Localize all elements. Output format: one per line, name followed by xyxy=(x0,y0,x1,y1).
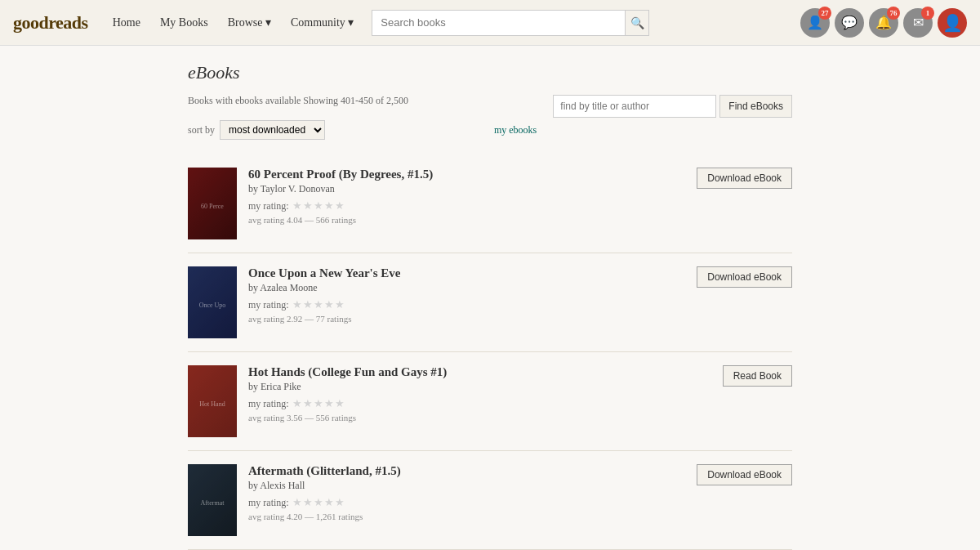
avatar-icon: 👤 xyxy=(942,13,963,33)
page-title: eBooks xyxy=(188,62,792,83)
star-1[interactable]: ★ xyxy=(292,397,302,410)
star-4[interactable]: ★ xyxy=(324,298,334,311)
avg-rating: avg rating 4.20 — 1,261 ratings xyxy=(248,512,675,521)
star-4[interactable]: ★ xyxy=(324,199,334,212)
find-ebooks-button[interactable]: Find eBooks xyxy=(719,95,792,118)
table-row: Once Upo Once Upon a New Year's Eve by A… xyxy=(188,253,792,352)
updates-icon-btn[interactable]: 🔔 76 xyxy=(869,8,898,38)
stars[interactable]: ★ ★ ★ ★ ★ xyxy=(292,496,345,509)
action-button[interactable]: Download eBook xyxy=(697,464,792,485)
nav-my-books[interactable]: My Books xyxy=(152,11,216,34)
updates-badge: 76 xyxy=(887,7,900,20)
table-row: Hot Hand Hot Hands (College Fun and Gays… xyxy=(188,352,792,451)
navbar: goodreads Home My Books Browse ▾ Communi… xyxy=(0,0,980,46)
star-1[interactable]: ★ xyxy=(292,298,302,311)
avg-rating: avg rating 2.92 — 77 ratings xyxy=(248,314,675,324)
user-avatar[interactable]: 👤 xyxy=(938,8,967,38)
friends-badge: 27 xyxy=(818,7,831,20)
stars[interactable]: ★ ★ ★ ★ ★ xyxy=(292,199,345,212)
my-rating-label: my rating: xyxy=(248,398,289,410)
rating-row: my rating: ★ ★ ★ ★ ★ xyxy=(248,397,675,410)
star-2[interactable]: ★ xyxy=(303,199,313,212)
star-5[interactable]: ★ xyxy=(335,199,345,212)
my-rating-label: my rating: xyxy=(248,497,289,509)
star-1[interactable]: ★ xyxy=(292,199,302,212)
book-cover[interactable]: Once Upo xyxy=(188,266,237,338)
stars[interactable]: ★ ★ ★ ★ ★ xyxy=(292,298,345,311)
book-action: Read Book xyxy=(686,365,792,387)
sort-row: sort by most downloaded xyxy=(188,120,325,140)
content-area: eBooks Find eBooks Books with ebooks ava… xyxy=(172,46,808,550)
star-3[interactable]: ★ xyxy=(314,397,323,410)
search-button[interactable]: 🔍 xyxy=(626,10,649,36)
nav-community[interactable]: Community ▾ xyxy=(283,11,362,34)
messages-icon: ✉ xyxy=(913,15,924,30)
chat-icon: 💬 xyxy=(841,15,858,30)
search-input[interactable] xyxy=(372,10,626,36)
star-5[interactable]: ★ xyxy=(335,298,345,311)
svg-text:Aftermat: Aftermat xyxy=(201,499,225,507)
nav-home[interactable]: Home xyxy=(105,11,149,34)
star-2[interactable]: ★ xyxy=(303,298,313,311)
sort-label: sort by xyxy=(188,124,215,136)
rating-row: my rating: ★ ★ ★ ★ ★ xyxy=(248,298,675,311)
svg-text:Once Upo: Once Upo xyxy=(199,302,226,309)
star-5[interactable]: ★ xyxy=(335,397,345,410)
nav-browse[interactable]: Browse ▾ xyxy=(220,11,279,34)
search-bar: 🔍 xyxy=(372,10,649,36)
action-button[interactable]: Read Book xyxy=(723,365,792,387)
book-author: by Azalea Moone xyxy=(248,282,675,294)
book-action: Download eBook xyxy=(686,464,792,485)
avg-rating: avg rating 4.04 — 566 ratings xyxy=(248,215,675,225)
sort-select[interactable]: most downloaded xyxy=(220,120,325,140)
book-info: Once Upon a New Year's Eve by Azalea Moo… xyxy=(248,266,675,324)
avg-rating: avg rating 3.56 — 556 ratings xyxy=(248,413,675,423)
rating-row: my rating: ★ ★ ★ ★ ★ xyxy=(248,496,675,509)
messages-icon-btn[interactable]: ✉ 1 xyxy=(903,8,933,38)
my-rating-label: my rating: xyxy=(248,299,289,311)
book-info: 60 Percent Proof (By Degrees, #1.5) by T… xyxy=(248,168,675,225)
book-title[interactable]: Hot Hands (College Fun and Gays #1) xyxy=(248,365,675,379)
chat-icon-btn[interactable]: 💬 xyxy=(835,8,864,38)
book-author: by Erica Pike xyxy=(248,381,675,393)
action-button[interactable]: Download eBook xyxy=(697,266,792,288)
book-info: Hot Hands (College Fun and Gays #1) by E… xyxy=(248,365,675,423)
book-action: Download eBook xyxy=(686,266,792,288)
friends-icon-btn[interactable]: 👤 27 xyxy=(800,8,830,38)
star-2[interactable]: ★ xyxy=(303,496,313,509)
book-list: 60 Perce 60 Percent Proof (By Degrees, #… xyxy=(188,154,792,550)
star-3[interactable]: ★ xyxy=(314,199,323,212)
book-cover[interactable]: Hot Hand xyxy=(188,365,237,437)
book-cover[interactable]: Aftermat xyxy=(188,464,237,536)
logo-text: goodreads xyxy=(13,12,88,33)
star-4[interactable]: ★ xyxy=(324,496,334,509)
table-row: 60 Perce 60 Percent Proof (By Degrees, #… xyxy=(188,154,792,253)
book-author: by Alexis Hall xyxy=(248,480,675,492)
book-action: Download eBook xyxy=(686,168,792,189)
find-ebooks-panel: Find eBooks xyxy=(553,95,792,118)
controls-row: sort by most downloaded my ebooks xyxy=(188,120,537,140)
stars[interactable]: ★ ★ ★ ★ ★ xyxy=(292,397,345,410)
my-ebooks-link[interactable]: my ebooks xyxy=(494,124,537,136)
book-author: by Taylor V. Donovan xyxy=(248,183,675,195)
book-title[interactable]: Aftermath (Glitterland, #1.5) xyxy=(248,464,675,478)
logo[interactable]: goodreads xyxy=(13,12,88,34)
table-row: Aftermat Aftermath (Glitterland, #1.5) b… xyxy=(188,451,792,550)
nav-icons: 👤 27 💬 🔔 76 ✉ 1 👤 xyxy=(800,8,967,38)
find-ebooks-input[interactable] xyxy=(553,95,716,118)
star-5[interactable]: ★ xyxy=(335,496,345,509)
star-3[interactable]: ★ xyxy=(314,496,323,509)
star-1[interactable]: ★ xyxy=(292,496,302,509)
svg-text:Hot Hand: Hot Hand xyxy=(199,400,225,408)
book-title[interactable]: Once Upon a New Year's Eve xyxy=(248,266,675,280)
star-4[interactable]: ★ xyxy=(324,397,334,410)
messages-badge: 1 xyxy=(921,7,934,20)
my-rating-label: my rating: xyxy=(248,200,289,212)
action-button[interactable]: Download eBook xyxy=(697,168,792,189)
star-3[interactable]: ★ xyxy=(314,298,323,311)
svg-text:60 Perce: 60 Perce xyxy=(201,203,224,210)
book-cover[interactable]: 60 Perce xyxy=(188,168,237,239)
nav-links: Home My Books Browse ▾ Community ▾ xyxy=(105,11,363,34)
star-2[interactable]: ★ xyxy=(303,397,313,410)
book-title[interactable]: 60 Percent Proof (By Degrees, #1.5) xyxy=(248,168,675,181)
